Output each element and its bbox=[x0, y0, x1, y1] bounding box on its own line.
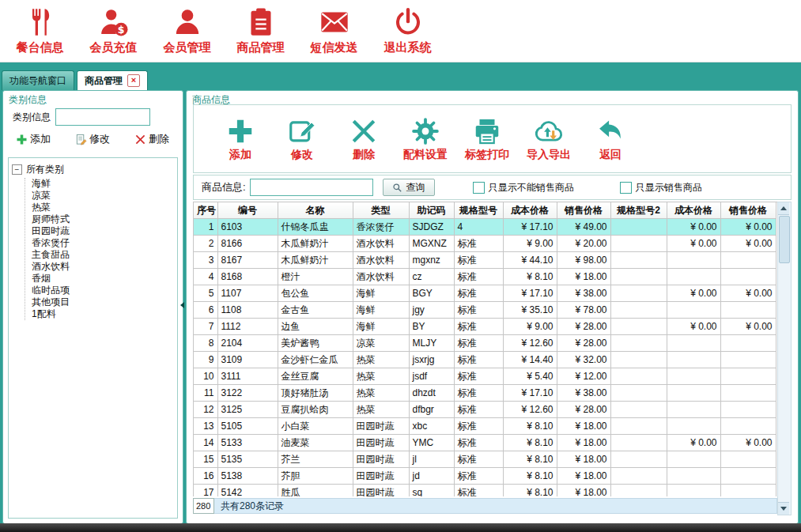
product-toolbar-modify-button[interactable]: 修改 bbox=[273, 116, 331, 162]
table-row[interactable]: 123125豆腐扒蛤肉热菜dfbgr标准¥ 12.60¥ 28.00 bbox=[194, 402, 776, 418]
category-add-button[interactable]: 添加 bbox=[16, 132, 51, 146]
column-header[interactable]: 序号 bbox=[194, 202, 217, 219]
toolbar-item-sms-send[interactable]: 短信发送 bbox=[297, 6, 371, 55]
scroll-up-icon[interactable] bbox=[778, 202, 789, 215]
tree-item[interactable]: 田园时蔬 bbox=[32, 225, 174, 237]
table-cell: ¥ 0.00 bbox=[667, 219, 720, 236]
product-toolbar-back-button[interactable]: 返回 bbox=[581, 116, 640, 162]
column-header[interactable]: 助记码 bbox=[409, 202, 454, 219]
vertical-scrollbar[interactable] bbox=[777, 202, 792, 515]
toolbar-item-member-manage[interactable]: 会员管理 bbox=[150, 6, 224, 55]
table-cell: ¥ 12.00 bbox=[557, 368, 610, 385]
category-delete-button[interactable]: 删除 bbox=[134, 132, 169, 146]
tab-nav-window[interactable]: 功能导航窗口 bbox=[2, 70, 74, 90]
table-row[interactable]: 93109金沙虾仁金瓜热菜jsxrjg标准¥ 14.40¥ 32.00 bbox=[194, 352, 776, 368]
table-row[interactable]: 16103什锦冬瓜盅香浓煲仔SJDGZ4¥ 17.10¥ 49.00¥ 0.00… bbox=[194, 219, 776, 236]
document-icon bbox=[75, 134, 87, 145]
table-cell: 标准 bbox=[454, 302, 503, 319]
toolbar-item-member-recharge[interactable]: $会员充值 bbox=[77, 6, 150, 55]
table-cell: ¥ 12.60 bbox=[503, 402, 557, 418]
category-input[interactable] bbox=[55, 108, 150, 126]
scrollbar-thumb[interactable] bbox=[779, 216, 790, 263]
table-cell: ¥ 38.00 bbox=[557, 385, 610, 402]
table-row[interactable]: 38167木瓜鲜奶汁酒水饮料mgxnz标准¥ 44.10¥ 98.00 bbox=[194, 252, 776, 269]
tree-item[interactable]: 临时品项 bbox=[32, 285, 174, 296]
table-row[interactable]: 28166木瓜鲜奶汁酒水饮料MGXNZ标准¥ 9.00¥ 20.00¥ 0.00… bbox=[194, 236, 776, 252]
tree-item[interactable]: 香浓煲仔 bbox=[32, 237, 174, 249]
product-toolbar-label-print-button[interactable]: 标签打印 bbox=[458, 116, 516, 162]
product-toolbar-import-export-button[interactable]: 导入导出 bbox=[520, 116, 578, 162]
table-cell: 3109 bbox=[217, 352, 278, 368]
table-row[interactable]: 82104美炉酱鸭凉菜MLJY标准¥ 12.60¥ 28.00 bbox=[194, 335, 776, 352]
tree-item[interactable]: 主食甜品 bbox=[32, 249, 174, 261]
scroll-down-icon[interactable] bbox=[778, 502, 789, 515]
table-cell: 金沙虾仁金瓜 bbox=[278, 352, 353, 368]
table-row[interactable]: 113122顶好猪肚汤热菜dhzdt标准¥ 17.10¥ 38.00 bbox=[194, 385, 776, 402]
table-cell: ¥ 18.00 bbox=[557, 435, 610, 451]
table-row[interactable]: 145133油麦菜田园时蔬YMC标准¥ 8.10¥ 18.00¥ 0.00¥ 0… bbox=[194, 435, 776, 451]
column-header[interactable]: 名称 bbox=[278, 202, 353, 219]
column-header[interactable]: 规格型号 bbox=[454, 202, 503, 219]
product-search-input[interactable] bbox=[250, 179, 373, 196]
table-cell bbox=[667, 418, 720, 435]
table-row[interactable]: 71112边鱼海鲜BY标准¥ 9.00¥ 28.00¥ 0.00¥ 0.00 bbox=[194, 319, 776, 335]
tree-item[interactable]: 凉菜 bbox=[32, 190, 174, 202]
toolbar-item-goods-manage[interactable]: 商品管理 bbox=[224, 6, 297, 55]
table-cell: 田园时蔬 bbox=[353, 418, 409, 435]
table-row[interactable]: 51107包公鱼海鲜BGY标准¥ 17.10¥ 38.00¥ 0.00¥ 0.0… bbox=[194, 285, 776, 302]
product-toolbar-delete-button[interactable]: 删除 bbox=[334, 116, 393, 162]
table-row[interactable]: 135105小白菜田园时蔬xbc标准¥ 8.10¥ 18.00 bbox=[194, 418, 776, 435]
table-cell bbox=[610, 302, 667, 319]
table-cell: 7 bbox=[194, 319, 217, 335]
column-header[interactable]: 类型 bbox=[353, 202, 409, 219]
column-header[interactable]: 编号 bbox=[217, 202, 278, 219]
table-row[interactable]: 103111金丝豆腐热菜jsdf标准¥ 5.40¥ 12.00 bbox=[194, 368, 776, 385]
table-cell: 标准 bbox=[454, 485, 503, 497]
toolbar-item-label: 会员管理 bbox=[164, 40, 211, 55]
tree-item[interactable]: 香烟 bbox=[32, 273, 174, 285]
product-toolbar: 添加修改删除配料设置标签打印导入导出返回 bbox=[193, 104, 792, 173]
member-icon bbox=[172, 6, 203, 38]
table-row[interactable]: 61108金古鱼海鲜jgy标准¥ 35.10¥ 78.00 bbox=[194, 302, 776, 319]
table-cell: ¥ 32.00 bbox=[557, 352, 610, 368]
table-cell: 4 bbox=[194, 269, 217, 285]
tree-item[interactable]: 1配料 bbox=[32, 308, 174, 320]
tree-item[interactable]: 热菜 bbox=[32, 202, 174, 213]
power-icon bbox=[392, 6, 424, 38]
toolbar-button-label: 删除 bbox=[353, 148, 375, 162]
tree-item[interactable]: 厨师特式 bbox=[32, 213, 174, 225]
toolbar-item-exit-system[interactable]: 退出系统 bbox=[371, 6, 444, 55]
checkbox-show-sellable[interactable]: 只显示销售商品 bbox=[620, 181, 702, 194]
column-header[interactable]: 成本价格 bbox=[503, 202, 557, 219]
tree-item[interactable]: 酒水饮料 bbox=[32, 261, 174, 273]
tree-collapse-icon[interactable]: − bbox=[12, 164, 22, 175]
table-cell: ¥ 0.00 bbox=[667, 285, 720, 302]
table-cell bbox=[720, 335, 776, 352]
table-cell: ¥ 28.00 bbox=[557, 335, 610, 352]
table-cell bbox=[610, 385, 667, 402]
table-cell: ¥ 38.00 bbox=[557, 285, 610, 302]
table-cell: jsxrjg bbox=[409, 352, 454, 368]
product-toolbar-ingredient-setting-button[interactable]: 配料设置 bbox=[396, 116, 455, 162]
tab-goods-manage[interactable]: 商品管理× bbox=[77, 70, 148, 90]
table-row[interactable]: 48168橙汁酒水饮料cz标准¥ 8.10¥ 18.00 bbox=[194, 269, 776, 285]
column-header[interactable]: 规格型号2 bbox=[610, 202, 667, 219]
table-row[interactable]: 155135芥兰田园时蔬jl标准¥ 8.10¥ 18.00 bbox=[194, 451, 776, 468]
toolbar-item-table-info[interactable]: 餐台信息 bbox=[3, 6, 77, 55]
column-header[interactable]: 销售价格 bbox=[557, 202, 610, 219]
column-header[interactable]: 成本价格 bbox=[667, 202, 720, 219]
table-row[interactable]: 175142胜瓜田园时蔬sg标准¥ 8.10¥ 18.00 bbox=[194, 485, 776, 497]
table-cell bbox=[667, 252, 720, 269]
category-modify-button[interactable]: 修改 bbox=[75, 132, 110, 146]
table-row[interactable]: 165138芥胆田园时蔬jd标准¥ 8.10¥ 18.00 bbox=[194, 468, 776, 485]
tree-item[interactable]: 海鲜 bbox=[32, 178, 174, 190]
tree-root[interactable]: − 所有类别 bbox=[12, 163, 174, 176]
product-toolbar-add-button[interactable]: 添加 bbox=[211, 116, 270, 162]
column-header[interactable]: 销售价格 bbox=[720, 202, 776, 219]
tab-close-icon[interactable]: × bbox=[127, 74, 140, 87]
table-cell: ¥ 8.10 bbox=[503, 468, 557, 485]
table-cell: 9 bbox=[194, 352, 217, 368]
tree-item[interactable]: 其他项目 bbox=[32, 296, 174, 308]
checkbox-show-unsellable[interactable]: 只显示不能销售商品 bbox=[473, 181, 574, 194]
query-button[interactable]: 查询 bbox=[383, 179, 435, 196]
